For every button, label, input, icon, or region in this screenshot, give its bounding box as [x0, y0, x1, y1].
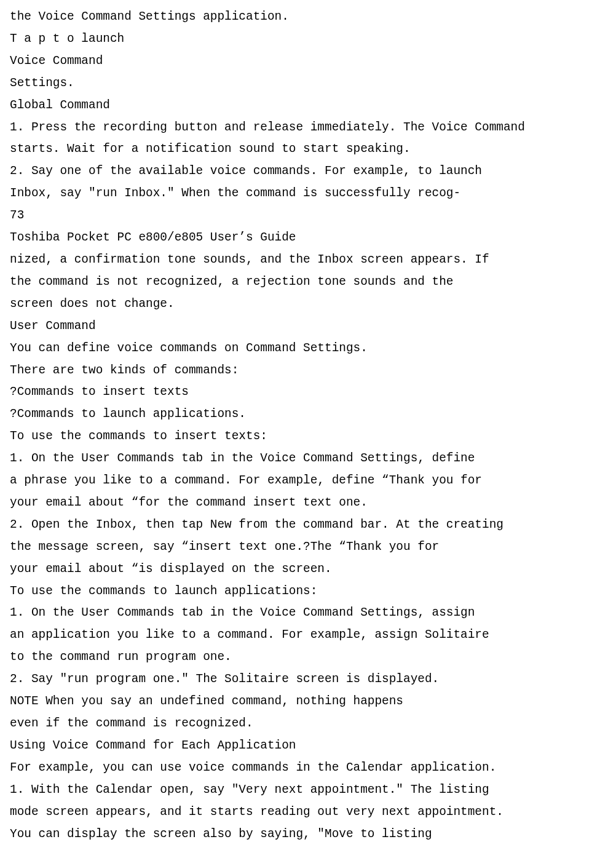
text-line: starts. Wait for a notification sound to…: [10, 138, 607, 161]
text-line: an application you like to a command. Fo…: [10, 624, 607, 646]
text-line: 1. Press the recording button and releas…: [10, 117, 607, 139]
text-line: nized, a confirmation tone sounds, and t…: [10, 249, 607, 271]
text-line: 1. On the User Commands tab in the Voice…: [10, 602, 607, 624]
text-line: Inbox, say "run Inbox." When the command…: [10, 183, 607, 205]
text-line: There are two kinds of commands:: [10, 360, 607, 382]
text-line: to the command run program one.: [10, 646, 607, 669]
text-line: T a p t o launch: [10, 28, 607, 50]
section-heading: User Command: [10, 316, 607, 338]
text-line: Voice Command: [10, 50, 607, 73]
text-line: 1. With the Calendar open, say "Very nex…: [10, 779, 607, 801]
text-line: the command is not recognized, a rejecti…: [10, 271, 607, 293]
note-line: NOTE When you say an undefined command, …: [10, 691, 607, 713]
page-number: 73: [10, 205, 607, 227]
text-line: even if the command is recognized.: [10, 713, 607, 735]
text-line: ?Commands to insert texts: [10, 381, 607, 403]
document-body: the Voice Command Settings application. …: [10, 6, 607, 845]
text-line: the message screen, say “insert text one…: [10, 536, 607, 558]
text-line: 1. On the User Commands tab in the Voice…: [10, 448, 607, 470]
text-line: 2. Open the Inbox, then tap New from the…: [10, 514, 607, 536]
text-line: For example, you can use voice commands …: [10, 757, 607, 779]
text-line: ?Commands to launch applications.: [10, 403, 607, 426]
section-heading: Using Voice Command for Each Application: [10, 735, 607, 757]
text-line: To use the commands to launch applicatio…: [10, 581, 607, 603]
text-line: Settings.: [10, 73, 607, 95]
text-line: To use the commands to insert texts:: [10, 426, 607, 448]
text-line: You can display the screen also by sayin…: [10, 824, 607, 846]
text-line: mode screen appears, and it starts readi…: [10, 801, 607, 824]
text-line: You can define voice commands on Command…: [10, 338, 607, 360]
text-line: screen does not change.: [10, 293, 607, 316]
section-heading: Global Command: [10, 95, 607, 117]
text-line: the Voice Command Settings application.: [10, 6, 607, 28]
text-line: 2. Say one of the available voice comman…: [10, 161, 607, 183]
page-title: Toshiba Pocket PC e800/e805 User’s Guide: [10, 227, 607, 249]
text-line: 2. Say "run program one." The Solitaire …: [10, 669, 607, 691]
text-line: your email about “for the command insert…: [10, 492, 607, 514]
text-line: a phrase you like to a command. For exam…: [10, 470, 607, 492]
text-line: your email about “is displayed on the sc…: [10, 558, 607, 581]
